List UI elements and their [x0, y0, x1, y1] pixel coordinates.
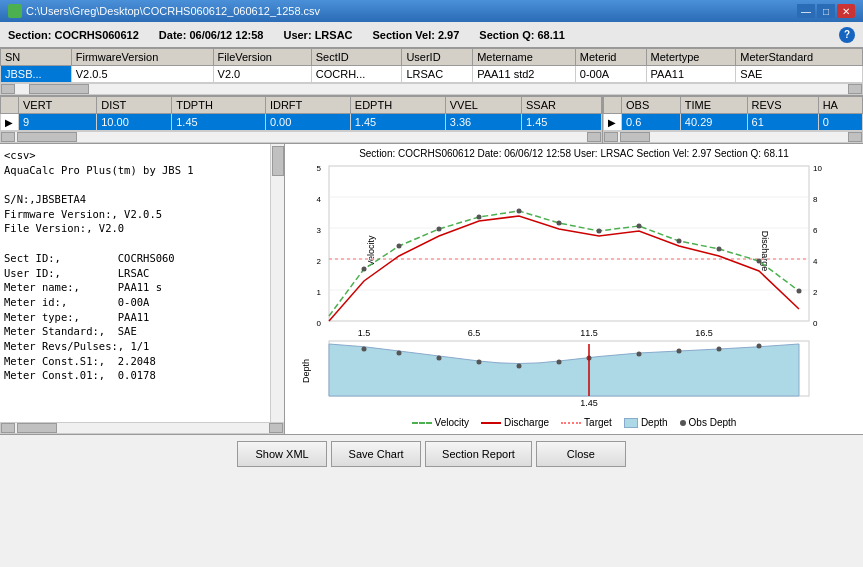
col-edpth: EDPTH — [350, 97, 445, 114]
svg-point-43 — [437, 227, 442, 232]
svg-text:4: 4 — [317, 195, 322, 204]
svg-point-44 — [477, 215, 482, 220]
svg-text:8: 8 — [813, 195, 818, 204]
section-report-button[interactable]: Section Report — [425, 441, 532, 467]
svg-point-36 — [677, 349, 682, 354]
cell-obs: 0.6 — [622, 114, 681, 131]
legend-obs-depth-label: Obs Depth — [689, 417, 737, 428]
legend-discharge-label: Discharge — [504, 417, 549, 428]
title-bar-path: C:\Users\Greg\Desktop\COCRHS060612_06061… — [26, 5, 320, 17]
row-selector: ▶ — [604, 114, 622, 131]
col-meterstandard: MeterStandard — [736, 49, 863, 66]
cell-metername: PAA11 std2 — [473, 66, 576, 83]
cell-time: 40.29 — [680, 114, 747, 131]
svg-text:0: 0 — [317, 319, 322, 328]
chart-panel: Section: COCRHS060612 Date: 06/06/12 12:… — [285, 144, 863, 434]
col-sn: SN — [1, 49, 72, 66]
mid-right-scrollbar[interactable] — [603, 131, 863, 143]
col-ssar: SSAR — [521, 97, 601, 114]
cell-vvel: 3.36 — [445, 114, 521, 131]
svg-point-30 — [437, 356, 442, 361]
cell-meterstandard: SAE — [736, 66, 863, 83]
svg-point-47 — [597, 229, 602, 234]
depth-box-icon — [624, 418, 638, 428]
mid-right-table: OBS TIME REVS HA ▶ 0.6 40.29 61 0 — [603, 96, 863, 131]
text-content: <csv> AquaCalc Pro Plus(tm) by JBS 1 S/N… — [4, 148, 280, 383]
obs-depth-dot-icon — [680, 420, 686, 426]
col-metername: Metername — [473, 49, 576, 66]
svg-point-29 — [397, 351, 402, 356]
cell-firmware: V2.0.5 — [71, 66, 213, 83]
chart-title: Section: COCRHS060612 Date: 06/06/12 12:… — [289, 148, 859, 159]
svg-point-41 — [362, 267, 367, 272]
date-label: Date: 06/06/12 12:58 — [159, 29, 264, 41]
svg-text:10: 10 — [813, 164, 822, 173]
text-panel-container: <csv> AquaCalc Pro Plus(tm) by JBS 1 S/N… — [0, 144, 285, 434]
col-idrft: IDRFT — [265, 97, 350, 114]
col-vert: VERT — [19, 97, 97, 114]
col-userid: UserID — [402, 49, 473, 66]
mid-left-table: VERT DIST TDPTH IDRFT EDPTH VVEL SSAR ▶ … — [0, 96, 602, 131]
table-row[interactable]: JBSB... V2.0.5 V2.0 COCRH... LRSAC PAA11… — [1, 66, 863, 83]
svg-text:2: 2 — [317, 257, 322, 266]
target-line-icon — [561, 422, 581, 424]
table-row[interactable]: ▶ 9 10.00 1.45 0.00 1.45 3.36 1.45 — [1, 114, 602, 131]
svg-text:5: 5 — [317, 164, 322, 173]
vel-label: Section Vel: 2.97 — [373, 29, 460, 41]
table-row[interactable]: ▶ 0.6 40.29 61 0 — [604, 114, 863, 131]
cell-tdpth: 1.45 — [172, 114, 266, 131]
maximize-button[interactable]: □ — [817, 4, 835, 18]
svg-point-49 — [677, 239, 682, 244]
close-window-button[interactable]: ✕ — [837, 4, 855, 18]
cell-sn: JBSB... — [1, 66, 72, 83]
cell-revs: 61 — [747, 114, 818, 131]
mid-left-scrollbar[interactable] — [0, 131, 602, 143]
col-obs: OBS — [622, 97, 681, 114]
col-sectid: SectID — [311, 49, 402, 66]
svg-text:0: 0 — [813, 319, 818, 328]
info-bar: Section: COCRHS060612 Date: 06/06/12 12:… — [0, 22, 863, 48]
text-panel-vscrollbar[interactable] — [270, 144, 284, 422]
mid-left-panel: VERT DIST TDPTH IDRFT EDPTH VVEL SSAR ▶ … — [0, 96, 603, 143]
svg-text:1: 1 — [317, 288, 322, 297]
top-table-scrollbar[interactable] — [0, 83, 863, 95]
svg-point-35 — [637, 352, 642, 357]
text-panel-hscrollbar[interactable] — [0, 422, 284, 434]
col-dist: DIST — [97, 97, 172, 114]
minimize-button[interactable]: — — [797, 4, 815, 18]
show-xml-button[interactable]: Show XML — [237, 441, 327, 467]
svg-text:6: 6 — [813, 226, 818, 235]
svg-point-46 — [557, 221, 562, 226]
row-selector: ▶ — [1, 114, 19, 131]
svg-point-37 — [717, 347, 722, 352]
velocity-line-icon — [412, 422, 432, 424]
svg-point-52 — [797, 289, 802, 294]
cell-idrft: 0.00 — [265, 114, 350, 131]
close-button[interactable]: Close — [536, 441, 626, 467]
save-chart-button[interactable]: Save Chart — [331, 441, 421, 467]
cell-metertype: PAA11 — [646, 66, 736, 83]
svg-text:Depth: Depth — [301, 359, 311, 383]
svg-text:2: 2 — [813, 288, 818, 297]
svg-point-38 — [757, 344, 762, 349]
cell-edpth: 1.45 — [350, 114, 445, 131]
legend-depth-label: Depth — [641, 417, 668, 428]
help-icon[interactable]: ? — [839, 27, 855, 43]
col-tdpth: TDPTH — [172, 97, 266, 114]
cell-meterid: 0-00A — [575, 66, 646, 83]
top-table-section: SN FirmwareVersion FileVersion SectID Us… — [0, 48, 863, 96]
svg-text:3: 3 — [317, 226, 322, 235]
cell-ha: 0 — [818, 114, 862, 131]
chart-svg: Velocity 0 1 2 3 4 5 Discharge 0 2 4 6 8… — [289, 161, 844, 415]
discharge-line-icon — [481, 422, 501, 424]
legend-obs-depth: Obs Depth — [680, 417, 737, 428]
text-panel: <csv> AquaCalc Pro Plus(tm) by JBS 1 S/N… — [0, 144, 285, 422]
title-bar-controls[interactable]: — □ ✕ — [797, 4, 855, 18]
main-area: <csv> AquaCalc Pro Plus(tm) by JBS 1 S/N… — [0, 144, 863, 434]
col-revs: REVS — [747, 97, 818, 114]
footer: Show XML Save Chart Section Report Close — [0, 434, 863, 472]
title-bar: C:\Users\Greg\Desktop\COCRHS060612_06061… — [0, 0, 863, 22]
svg-text:16.5: 16.5 — [695, 328, 713, 338]
svg-point-32 — [517, 364, 522, 369]
legend-velocity: Velocity — [412, 417, 469, 428]
